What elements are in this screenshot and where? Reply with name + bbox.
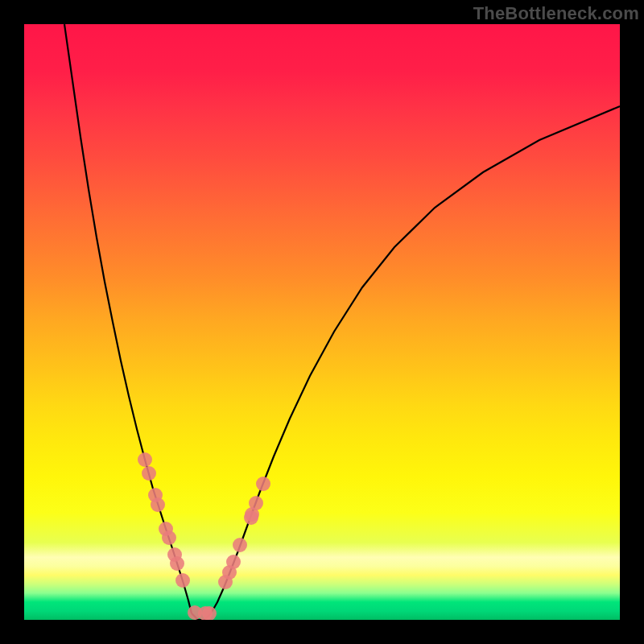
chart-frame: TheBottleneck.com — [0, 0, 644, 644]
data-marker — [142, 466, 156, 481]
data-markers — [138, 452, 270, 620]
data-marker — [226, 555, 241, 569]
data-marker — [233, 538, 247, 552]
curve-left — [64, 24, 192, 613]
plot-area — [24, 24, 620, 620]
data-marker — [249, 496, 263, 510]
curves-svg — [24, 24, 620, 620]
data-marker — [175, 573, 190, 588]
data-marker — [151, 497, 165, 512]
data-marker — [244, 510, 258, 525]
curve-right — [211, 106, 620, 613]
data-marker — [170, 556, 184, 571]
watermark-text: TheBottleneck.com — [473, 3, 639, 24]
data-marker — [138, 452, 152, 467]
data-marker — [256, 477, 270, 491]
data-marker — [162, 530, 176, 545]
